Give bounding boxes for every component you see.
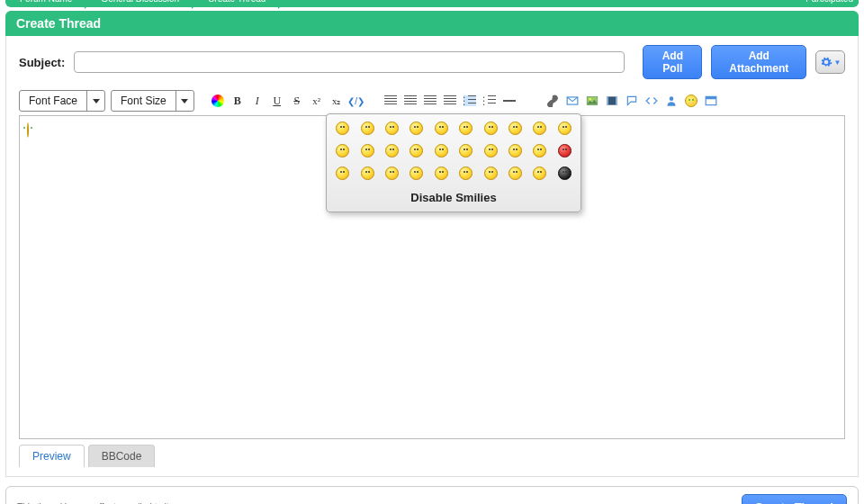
smiley-laugh[interactable] (410, 122, 423, 135)
smiley-grin[interactable] (361, 122, 374, 135)
smiley-sick[interactable] (459, 144, 472, 158)
smiley-picker-popup: Disable Smilies (326, 113, 581, 212)
font-color-icon[interactable] (211, 94, 225, 108)
smiley-ninja[interactable] (558, 166, 572, 180)
smiley-cry[interactable] (508, 166, 522, 180)
breadcrumb-item[interactable]: Create Thread (199, 0, 278, 5)
align-justify-icon[interactable] (443, 94, 457, 108)
italic-icon[interactable]: I (250, 94, 265, 108)
smiley-cool[interactable] (558, 122, 572, 135)
smiley-frown[interactable] (484, 122, 498, 135)
superscript-icon[interactable]: x² (310, 94, 324, 108)
smiley-wink[interactable] (336, 144, 349, 158)
panel-title: Create Thread (5, 11, 859, 36)
breadcrumb-item[interactable]: Forum Name (11, 0, 85, 5)
ordered-list-icon[interactable] (463, 94, 477, 108)
smiley-shock[interactable] (385, 144, 399, 158)
code-icon[interactable] (644, 94, 659, 108)
tab-preview[interactable]: Preview (19, 445, 85, 467)
smiley-dizzy[interactable] (410, 144, 423, 158)
smiley-kiss[interactable] (361, 166, 374, 180)
user-icon[interactable] (664, 94, 679, 108)
link-icon[interactable] (545, 94, 560, 108)
breadcrumb-bar: Forum Name General Discussion Create Thr… (5, 0, 859, 7)
smiley-nerd[interactable] (385, 166, 399, 180)
smiley-evil[interactable] (533, 166, 546, 180)
smiley-blush[interactable] (361, 144, 374, 158)
editor-textarea[interactable]: Disable Smilies (19, 115, 845, 439)
unordered-list-icon[interactable] (482, 94, 497, 108)
smiley-rage[interactable] (558, 144, 572, 158)
smiley-happy[interactable] (533, 122, 546, 135)
smiley-tongue[interactable] (459, 122, 472, 135)
svg-rect-3 (607, 96, 617, 104)
remove-format-icon[interactable]: ❮/❯ (349, 94, 364, 108)
breadcrumb-item[interactable]: General Discussion (92, 0, 192, 5)
align-left-icon[interactable] (383, 94, 398, 108)
svg-point-2 (589, 98, 590, 100)
inserted-smiley-icon (27, 122, 29, 138)
align-center-icon[interactable] (403, 94, 418, 108)
smiley-smirk[interactable] (435, 166, 448, 180)
smiley-down[interactable] (459, 166, 472, 180)
smiley-roll[interactable] (508, 122, 522, 135)
create-thread-button[interactable]: Create Thread (742, 494, 847, 504)
bold-icon[interactable]: B (230, 94, 245, 108)
smiley-think[interactable] (410, 166, 423, 180)
svg-rect-5 (616, 96, 617, 104)
smiley-sealed[interactable] (435, 144, 448, 158)
video-icon[interactable] (605, 94, 619, 108)
options-gear-button[interactable]: ▼ (815, 50, 845, 74)
font-size-select[interactable]: Font Size (111, 90, 194, 112)
table-icon[interactable] (704, 94, 718, 108)
font-face-select[interactable]: Font Face (19, 90, 105, 112)
add-attachment-button[interactable]: Add Attachment (711, 45, 806, 79)
disable-smilies-link[interactable]: Disable Smilies (336, 187, 572, 206)
create-thread-panel: Subject: Add Poll Add Attachment ▼ Font … (5, 36, 859, 477)
email-icon[interactable] (565, 94, 580, 108)
editor-toolbar: Font Face Font Size B I U S x² x₂ ❮/❯ (19, 90, 845, 112)
thread-effects-box: This thread has no effects applied to it… (5, 486, 859, 504)
gear-icon (820, 56, 832, 68)
smiley-unamused[interactable] (508, 144, 522, 158)
subject-input[interactable] (74, 51, 625, 73)
quote-icon[interactable] (625, 94, 639, 108)
subscript-icon[interactable]: x₂ (329, 94, 344, 108)
tab-bbcode[interactable]: BBCode (88, 445, 156, 467)
smiley-smile[interactable] (336, 122, 349, 135)
smiley-hug[interactable] (336, 166, 349, 180)
participated-badge[interactable]: Participated (800, 0, 859, 5)
add-poll-button[interactable]: Add Poll (643, 45, 702, 79)
svg-rect-4 (607, 96, 608, 104)
underline-icon[interactable]: U (270, 94, 284, 108)
image-icon[interactable] (585, 94, 599, 108)
smiley-sad[interactable] (435, 122, 448, 135)
smiley-upset[interactable] (484, 166, 498, 180)
smiley-angry[interactable] (533, 144, 546, 158)
smiley-neutral[interactable] (385, 122, 399, 135)
svg-point-6 (669, 96, 673, 101)
align-right-icon[interactable] (423, 94, 437, 108)
horizontal-rule-icon[interactable] (502, 94, 517, 108)
smiley-yawn[interactable] (484, 144, 498, 158)
strike-icon[interactable]: S (290, 94, 304, 108)
svg-rect-8 (706, 96, 716, 99)
smiley-icon[interactable] (684, 94, 698, 108)
subject-label: Subject: (19, 56, 65, 69)
